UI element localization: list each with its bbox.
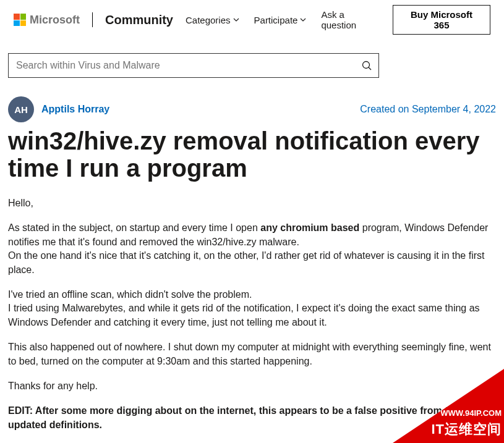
post-paragraph: On the one hand it's nice that it's catc… xyxy=(8,249,496,277)
nav-ask-label: Ask a question xyxy=(321,9,380,30)
nav-ask-question[interactable]: Ask a question xyxy=(321,9,380,30)
post-paragraph: As stated in the subject, on startup and… xyxy=(8,221,496,249)
nav-participate-label: Participate xyxy=(254,15,298,25)
chevron-down-icon xyxy=(300,17,306,23)
post-paragraph: I've tried an offline scan, which didn't… xyxy=(8,288,496,302)
search-icon[interactable] xyxy=(361,60,372,71)
nav-categories-label: Categories xyxy=(186,15,231,25)
microsoft-logo-icon xyxy=(14,14,26,26)
post-paragraph: This also happened out of nowhere. I shu… xyxy=(8,340,496,368)
post-edit-note: EDIT: After some more digging about on t… xyxy=(8,404,496,432)
chevron-down-icon xyxy=(233,17,239,23)
microsoft-logo[interactable]: Microsoft xyxy=(14,14,80,27)
nav-participate[interactable]: Participate xyxy=(254,15,307,25)
search-input[interactable] xyxy=(9,54,378,77)
top-nav: Microsoft Community Categories Participa… xyxy=(0,0,504,41)
post-paragraph: Hello, xyxy=(8,196,496,210)
post-title: win32/hive.zy removal notification every… xyxy=(8,127,496,182)
author-link[interactable]: Apptils Horray xyxy=(41,104,109,115)
buy-microsoft-365-button[interactable]: Buy Microsoft 365 xyxy=(393,5,490,35)
created-date: Created on September 4, 2022 xyxy=(360,104,496,115)
post-body: Hello, As stated in the subject, on star… xyxy=(8,196,496,432)
svg-line-1 xyxy=(369,67,371,70)
community-link[interactable]: Community xyxy=(105,13,173,27)
post-paragraph: I tried using Malwarebytes, and while it… xyxy=(8,302,496,329)
nav-categories[interactable]: Categories xyxy=(186,15,239,25)
post-paragraph: Thanks for any help. xyxy=(8,379,496,393)
search-box xyxy=(8,53,379,78)
svg-point-0 xyxy=(363,62,370,69)
nav-divider xyxy=(92,12,93,27)
avatar[interactable]: AH xyxy=(8,96,34,122)
post-meta: AH Apptils Horray Created on September 4… xyxy=(8,96,496,122)
microsoft-logo-text: Microsoft xyxy=(30,14,80,27)
